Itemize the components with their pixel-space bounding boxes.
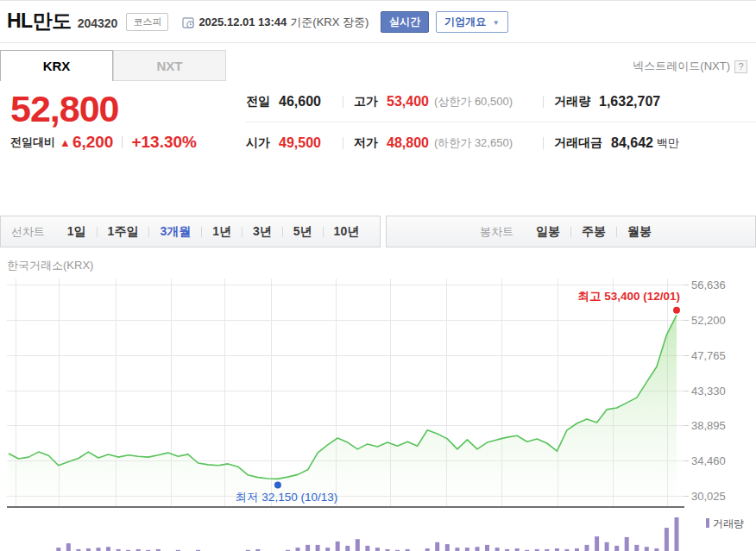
cell-separator xyxy=(543,96,544,108)
volume-bar xyxy=(336,542,340,551)
nxt-note: 넥스트레이드(NXT) ? xyxy=(633,59,747,74)
cell-separator xyxy=(343,96,343,108)
volume-bar xyxy=(356,539,360,551)
volume-bar xyxy=(595,536,599,551)
info-label: 고가 xyxy=(354,94,378,110)
help-icon[interactable]: ? xyxy=(734,60,747,73)
y-tick-label: 34,460 xyxy=(691,454,726,467)
exchange-label: 한국거래소(KRX) xyxy=(0,247,756,270)
up-arrow-icon: ▲ xyxy=(60,136,71,149)
info-cell: 거래량1,632,707 xyxy=(543,94,733,110)
period-item-5년[interactable]: 5년 xyxy=(283,224,323,240)
info-cell: 시가49,500 xyxy=(246,135,343,151)
price-chart: 56,63652,20047,76543,33038,89534,46030,0… xyxy=(0,270,756,551)
volume-bar xyxy=(375,548,380,551)
volume-bar xyxy=(345,546,350,551)
chart-canvas[interactable]: 56,63652,20047,76543,33038,89534,46030,0… xyxy=(0,270,756,551)
volume-bar xyxy=(605,542,609,551)
exchange-tabs: KRX NXT 넥스트레이드(NXT) ? xyxy=(0,50,756,81)
info-cell: 전일46,600 xyxy=(246,94,343,110)
candle-item-주봉[interactable]: 주봉 xyxy=(571,224,616,240)
volume-bar xyxy=(306,545,310,551)
y-tick-label: 52,200 xyxy=(691,314,726,327)
volume-bar xyxy=(445,544,450,551)
info-label: 전일 xyxy=(246,94,270,110)
line-chart-period-group: 선차트1일1주일3개월1년3년5년10년 xyxy=(0,216,381,247)
info-unit: 백만 xyxy=(657,135,679,151)
current-price: 52,800 xyxy=(10,88,119,130)
quote-info-row-1: 전일46,600고가53,400(상한가 60,500)거래량1,632,707 xyxy=(246,81,756,122)
chevron-down-icon: ▼ xyxy=(493,19,500,27)
market-badge: 코스피 xyxy=(126,13,168,31)
volume-bar xyxy=(316,545,320,551)
period-item-1일[interactable]: 1일 xyxy=(57,224,97,240)
change-separator xyxy=(122,136,123,148)
volume-bar xyxy=(675,517,679,551)
change-label: 전일대비 xyxy=(10,135,55,150)
price-section: 52,800 전일대비 ▲ 6,200 +13.30% 전일46,600고가53… xyxy=(0,81,756,212)
quote-info-table: 전일46,600고가53,400(상한가 60,500)거래량1,632,707… xyxy=(246,81,756,163)
volume-bar xyxy=(614,546,619,551)
volume-bar xyxy=(365,546,369,551)
volume-bar xyxy=(476,547,480,551)
price-change-row: 전일대비 ▲ 6,200 +13.30% xyxy=(10,133,197,152)
period-item-3년[interactable]: 3년 xyxy=(243,224,282,240)
quote-info-row-2: 시가49,500저가48,800(하한가 32,650)거래대금84,642백만 xyxy=(246,122,756,163)
info-value: 49,500 xyxy=(279,135,321,151)
candle-item-월봉[interactable]: 월봉 xyxy=(617,224,662,240)
period-item-3개월[interactable]: 3개월 xyxy=(149,224,201,240)
info-label: 저가 xyxy=(354,135,378,151)
realtime-button[interactable]: 실시간 xyxy=(381,11,429,33)
change-value: 6,200 xyxy=(72,133,114,152)
y-tick-label: 43,330 xyxy=(691,385,726,398)
volume-bar xyxy=(325,548,330,551)
info-value: 48,800 xyxy=(387,135,429,151)
candle-chart-period-group: 봉차트일봉주봉월봉 xyxy=(386,216,756,247)
high-annotation: 최고 53,400 (12/01) xyxy=(577,290,680,303)
info-value: 84,642 xyxy=(611,135,653,151)
y-tick-label: 56,636 xyxy=(691,279,726,291)
info-label: 거래대금 xyxy=(554,135,602,151)
stock-page: HL만도 204320 코스피 2025.12.01 13:44 기준(KRX … xyxy=(0,1,756,551)
volume-bar xyxy=(645,547,649,551)
volume-bar xyxy=(485,545,489,551)
price-area-fill xyxy=(9,315,677,507)
info-value: 53,400 xyxy=(387,94,429,110)
volume-bar xyxy=(665,528,669,551)
candle-item-일봉[interactable]: 일봉 xyxy=(526,224,570,240)
period-item-1년[interactable]: 1년 xyxy=(202,224,242,240)
y-tick-label: 38,895 xyxy=(691,419,726,432)
info-limit-value: (상한가 60,500) xyxy=(434,94,513,110)
volume-bar xyxy=(495,548,500,551)
info-cell: 고가53,400(상한가 60,500) xyxy=(343,94,543,110)
cell-separator xyxy=(343,137,343,149)
y-tick-label: 30,025 xyxy=(691,490,726,503)
quote-time-suffix: 기준(KRX 장중) xyxy=(290,15,369,30)
info-cell: 거래대금84,642백만 xyxy=(543,135,733,151)
volume-bar xyxy=(97,548,101,551)
low-annotation: 최저 32,150 (10/13) xyxy=(236,491,338,504)
cell-separator xyxy=(543,137,544,149)
volume-bar xyxy=(585,545,589,551)
quote-datetime: 2025.12.01 13:44 기준(KRX 장중) xyxy=(182,15,369,30)
low-point-dot xyxy=(274,481,281,488)
nxt-note-label: 넥스트레이드(NXT) xyxy=(633,59,730,74)
tab-krx[interactable]: KRX xyxy=(0,50,113,81)
volume-legend-label: 거래량 xyxy=(713,517,744,529)
volume-legend-icon xyxy=(706,518,709,528)
chart-toolbar: 선차트1일1주일3개월1년3년5년10년 봉차트일봉주봉월봉 xyxy=(0,216,756,247)
info-label: 거래량 xyxy=(554,94,590,110)
candle-title: 봉차트 xyxy=(480,224,513,240)
volume-bar xyxy=(106,547,110,551)
tab-nxt[interactable]: NXT xyxy=(113,50,226,81)
y-tick-label: 47,765 xyxy=(691,349,726,362)
volume-bar xyxy=(625,537,629,551)
info-label: 시가 xyxy=(246,135,270,151)
period-item-10년[interactable]: 10년 xyxy=(324,224,370,240)
header-divider xyxy=(0,42,756,43)
change-percent: +13.30% xyxy=(131,133,197,152)
company-overview-button[interactable]: 기업개요 ▼ xyxy=(436,11,507,33)
volume-bar xyxy=(465,548,469,551)
info-cell: 저가48,800(하한가 32,650) xyxy=(343,135,543,151)
period-item-1주일[interactable]: 1주일 xyxy=(98,224,149,240)
